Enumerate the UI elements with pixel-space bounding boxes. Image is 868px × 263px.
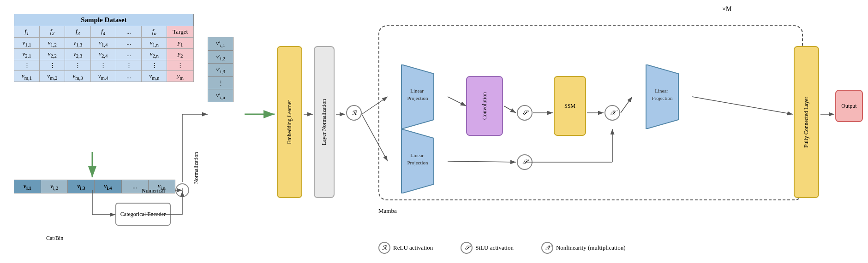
diagram-container: Sample Dataset f1 f2 f3 f4 ... fn Target…: [0, 0, 868, 263]
cell-vi1: vi,1: [14, 180, 41, 193]
fv-cell-3: v'i,3: [208, 64, 233, 77]
feature-vector: v'i,1 v'i,2 v'i,3 ⋮ v'i,n: [208, 37, 233, 102]
legend-nonlinearity: 𝒳 Nonlinearity (multiplication): [541, 242, 626, 254]
cell-v22: v2,2: [40, 49, 65, 60]
mamba-label: Mamba: [378, 207, 397, 215]
cell-vmn: vm,n: [142, 70, 167, 82]
cell-dots2: ...: [116, 49, 141, 60]
cell-dots1: ...: [116, 37, 141, 49]
relu-circle: ℛ: [346, 105, 362, 121]
silu-circle-1: 𝒮: [517, 105, 533, 121]
cell-v12: v1,2: [40, 37, 65, 49]
feature-vector-grid: v'i,1 v'i,2 v'i,3 ⋮ v'i,n: [208, 37, 233, 102]
cell-vm4-dots: ⋮: [90, 60, 116, 70]
cell-vi4: vi,4: [95, 180, 121, 193]
cell-ym: ym: [167, 70, 194, 82]
legend-silu-label: SiLU activation: [475, 244, 514, 251]
legend-relu-label: ReLU activation: [393, 244, 433, 251]
cat-encoder-block: Categorical Encoder: [115, 203, 171, 226]
silu-circle-2: 𝒮: [517, 154, 533, 170]
output-label: Output: [841, 103, 856, 110]
convolution-label: Convolution: [481, 92, 488, 120]
silu-symbol-1: 𝒮: [522, 109, 527, 117]
normalization-symbol: +: [180, 186, 185, 194]
legend-relu-circle: ℛ: [378, 242, 390, 254]
ssm-block: SSM: [554, 76, 586, 136]
fv-cell-dots: ⋮: [208, 76, 233, 89]
cell-v13: v1,3: [65, 37, 90, 49]
cell-vmn-dots: ⋮: [142, 60, 167, 70]
numerical-label: Numerical: [142, 187, 165, 194]
linear-proj-top-svg: Linear Projection: [388, 64, 448, 129]
header-f4: f4: [90, 26, 116, 38]
cell-dotsm: ...: [116, 70, 141, 82]
relu-symbol: ℛ: [352, 109, 357, 117]
header-f2: f2: [40, 26, 65, 38]
cell-v21: v2,1: [14, 49, 40, 60]
linear-proj-right-svg: Linear Projection: [632, 64, 692, 129]
catbin-label: Cat/Bin: [46, 235, 63, 242]
header-dots: ...: [116, 26, 141, 38]
header-target: Target: [167, 26, 194, 38]
table-title: Sample Dataset: [14, 14, 194, 26]
cell-vm3-dots: ⋮: [65, 60, 90, 70]
cell-vm3: vm,3: [65, 70, 90, 82]
header-fn: fn: [142, 26, 167, 38]
cell-y1: y1: [167, 37, 194, 49]
cell-y2: y2: [167, 49, 194, 60]
embedding-learner-block: Embedding Learner: [277, 46, 302, 198]
cell-vi3: vi,3: [68, 180, 95, 193]
fv-cell-n: v'i,n: [208, 89, 233, 102]
multiply-circle: 𝒳: [605, 105, 620, 121]
fc-layer-block: Fully Connected Layer: [794, 46, 819, 198]
cell-v14: v1,4: [90, 37, 116, 49]
cell-vi2: vi,2: [41, 180, 68, 193]
multiply-symbol: 𝒳: [610, 109, 615, 117]
cell-ym-dots: ⋮: [167, 60, 194, 70]
cell-vm4: vm,4: [90, 70, 116, 82]
times-m-label: ×M: [722, 6, 731, 13]
legend-area: ℛ ReLU activation 𝒮 SiLU activation 𝒳 No…: [378, 242, 626, 254]
convolution-block: Convolution: [466, 76, 503, 136]
legend-nonlinearity-circle: 𝒳: [541, 242, 553, 254]
normalization-circle: +: [175, 183, 189, 197]
cell-vm2: vm,2: [40, 70, 65, 82]
normalization-label: Normalization: [193, 152, 200, 184]
cell-v2n: v2,n: [142, 49, 167, 60]
cell-v11: v1,1: [14, 37, 40, 49]
header-f3: f3: [65, 26, 90, 38]
fv-cell-2: v'i,2: [208, 50, 233, 64]
cell-v1n: v1,n: [142, 37, 167, 49]
header-f1: f1: [14, 26, 40, 38]
cat-encoder-label: Categorical Encoder: [120, 211, 166, 218]
embedding-learner-label: Embedding Learner: [286, 100, 293, 144]
fc-layer-label: Fully Connected Layer: [803, 97, 810, 148]
cell-v23: v2,3: [65, 49, 90, 60]
dataset-grid: f1 f2 f3 f4 ... fn Target v1,1 v1,2 v1,3…: [14, 26, 194, 82]
linear-proj-bottom-svg: Linear Projection: [388, 129, 448, 193]
layer-norm-block: Layer Normalization: [314, 46, 335, 198]
output-block: Output: [835, 90, 863, 122]
layer-norm-label: Layer Normalization: [321, 99, 328, 145]
dataset-table: Sample Dataset f1 f2 f3 f4 ... fn Target…: [14, 14, 194, 82]
cell-vm1: vm,1: [14, 70, 40, 82]
legend-silu-circle: 𝒮: [461, 242, 473, 254]
legend-relu: ℛ ReLU activation: [378, 242, 433, 254]
ssm-label: SSM: [564, 103, 575, 110]
cell-vdots: ⋮: [116, 60, 141, 70]
legend-silu: 𝒮 SiLU activation: [461, 242, 514, 254]
silu-symbol-2: 𝒮: [522, 158, 527, 166]
cell-vm2-dots: ⋮: [40, 60, 65, 70]
cell-vm1-dots: ⋮: [14, 60, 40, 70]
legend-nonlinearity-label: Nonlinearity (multiplication): [556, 244, 626, 251]
fv-cell-1: v'i,1: [208, 37, 233, 51]
cell-v24: v2,4: [90, 49, 116, 60]
